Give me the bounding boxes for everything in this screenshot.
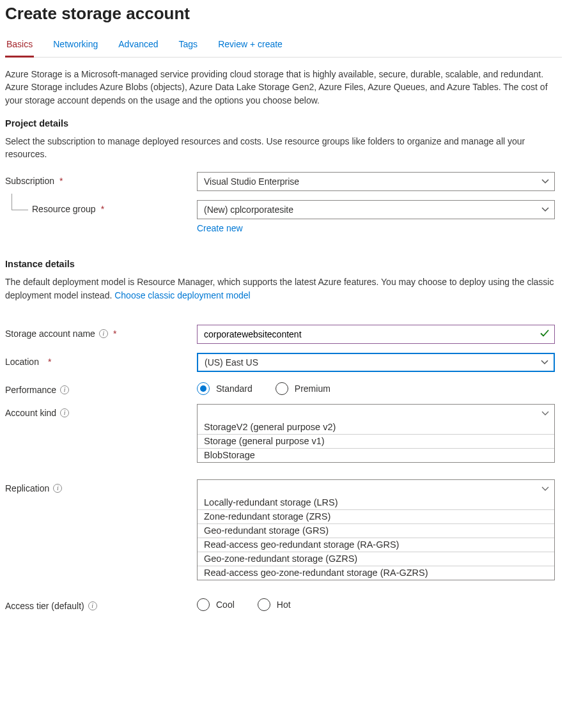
required-star-icon: * (48, 357, 51, 367)
location-value: (US) East US (205, 357, 258, 368)
performance-standard-label: Standard (216, 383, 252, 394)
location-label: Location * (5, 353, 197, 367)
radio-unselected-icon (197, 598, 210, 611)
classic-deployment-link[interactable]: Choose classic deployment model (114, 289, 250, 302)
resource-group-label: Resource group * (5, 200, 197, 214)
location-label-text: Location (5, 357, 39, 367)
performance-premium-radio[interactable]: Premium (276, 382, 330, 395)
access-tier-hot-label: Hot (277, 600, 291, 610)
instance-details-desc: The default deployment model is Resource… (5, 275, 561, 302)
storage-account-name-label: Storage account name i * (5, 325, 197, 339)
tab-review-create[interactable]: Review + create (217, 35, 284, 58)
subscription-label: Subscription * (5, 172, 197, 186)
replication-option[interactable]: Geo-redundant storage (GRS) (198, 523, 554, 538)
tab-advanced[interactable]: Advanced (117, 35, 159, 58)
performance-label: Performance i (5, 381, 197, 395)
required-star-icon: * (113, 329, 116, 339)
chevron-down-icon (541, 206, 549, 213)
access-tier-hot-radio[interactable]: Hot (258, 598, 291, 611)
info-icon[interactable]: i (88, 601, 97, 610)
performance-premium-label: Premium (295, 383, 330, 394)
account-kind-dropdown[interactable] (197, 404, 555, 421)
resource-group-value: (New) cplcorporatesite (204, 205, 293, 215)
performance-label-text: Performance (5, 385, 56, 395)
access-tier-cool-radio[interactable]: Cool (197, 598, 235, 611)
tab-networking[interactable]: Networking (52, 35, 99, 58)
info-icon[interactable]: i (99, 329, 108, 338)
tab-basics[interactable]: Basics (5, 35, 34, 58)
required-star-icon: * (59, 176, 63, 186)
chevron-down-icon (541, 484, 549, 492)
account-kind-label-text: Account kind (5, 408, 56, 418)
indent-bracket-icon (12, 194, 28, 210)
performance-standard-radio[interactable]: Standard (197, 382, 252, 395)
create-new-link[interactable]: Create new (197, 223, 243, 233)
access-tier-label-text: Access tier (default) (5, 601, 84, 611)
info-icon[interactable]: i (53, 484, 62, 493)
radio-unselected-icon (258, 598, 270, 611)
account-kind-option[interactable]: Storage (general purpose v1) (198, 434, 554, 448)
account-kind-label: Account kind i (5, 404, 197, 418)
instance-details-desc-text: The default deployment model is Resource… (5, 277, 554, 300)
tab-tags[interactable]: Tags (178, 35, 199, 58)
radio-unselected-icon (276, 382, 288, 395)
account-kind-option[interactable]: BlobStorage (198, 448, 554, 462)
replication-option[interactable]: Locally-redundant storage (LRS) (198, 496, 554, 509)
chevron-down-icon (541, 178, 549, 185)
instance-details-heading: Instance details (5, 259, 562, 269)
tab-bar: Basics Networking Advanced Tags Review +… (5, 35, 562, 58)
subscription-label-text: Subscription (5, 176, 54, 186)
replication-label-text: Replication (5, 483, 49, 493)
required-star-icon: * (101, 204, 104, 214)
project-details-desc: Select the subscription to manage deploy… (5, 135, 561, 161)
replication-label: Replication i (5, 479, 197, 493)
account-kind-listbox: StorageV2 (general purpose v2) Storage (… (197, 421, 555, 463)
subscription-dropdown[interactable]: Visual Studio Enterprise (197, 172, 555, 191)
checkmark-icon (540, 329, 550, 341)
account-kind-option[interactable]: StorageV2 (general purpose v2) (198, 421, 554, 434)
replication-option[interactable]: Read-access geo-redundant storage (RA-GR… (198, 538, 554, 552)
project-details-heading: Project details (5, 118, 562, 128)
chevron-down-icon (541, 359, 548, 366)
replication-option[interactable]: Read-access geo-zone-redundant storage (… (198, 566, 554, 580)
resource-group-label-text: Resource group (32, 204, 96, 214)
info-icon[interactable]: i (60, 408, 69, 417)
access-tier-label: Access tier (default) i (5, 597, 197, 611)
intro-text: Azure Storage is a Microsoft-managed ser… (5, 68, 561, 107)
subscription-value: Visual Studio Enterprise (204, 176, 299, 187)
access-tier-cool-label: Cool (216, 600, 235, 610)
chevron-down-icon (541, 409, 549, 417)
resource-group-dropdown[interactable]: (New) cplcorporatesite (197, 200, 555, 219)
location-dropdown[interactable]: (US) East US (197, 353, 555, 372)
info-icon[interactable]: i (60, 385, 69, 394)
replication-option[interactable]: Geo-zone-redundant storage (GZRS) (198, 552, 554, 566)
replication-option[interactable]: Zone-redundant storage (ZRS) (198, 509, 554, 523)
page-title: Create storage account (5, 4, 562, 24)
replication-listbox: Locally-redundant storage (LRS) Zone-red… (197, 496, 555, 580)
replication-dropdown[interactable] (197, 479, 555, 496)
radio-selected-icon (197, 382, 210, 395)
storage-account-name-input[interactable] (197, 325, 555, 344)
storage-account-name-label-text: Storage account name (5, 329, 95, 339)
